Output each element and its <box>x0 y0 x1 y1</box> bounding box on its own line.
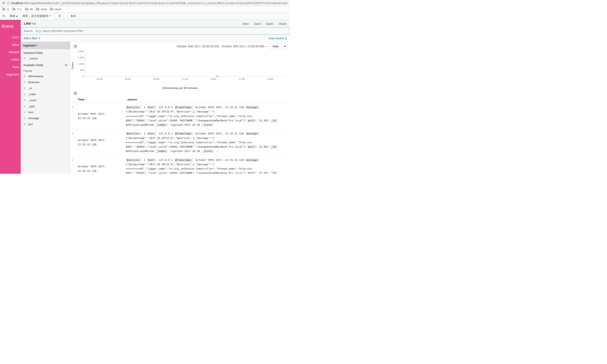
source-field-key: message: <box>245 132 259 135</box>
y-axis-label: Count <box>71 62 74 69</box>
translate-question: 网页，是否需要翻译？ <box>22 14 51 18</box>
sidenav-item[interactable]: ualize <box>0 41 21 48</box>
bookmark-item[interactable]: 个人 <box>12 7 22 11</box>
histogram-chart[interactable]: Count 05001,0001,5002,00002:0005:0008:00… <box>70 49 290 86</box>
folder-icon <box>50 8 53 11</box>
source-field-key: @timestamp: <box>174 105 193 109</box>
fields-sidebar: logstash-* Selected Fields ?_source Avai… <box>21 42 70 174</box>
doc-time: October 30th 2017, 22:15:31.128 <box>76 103 124 129</box>
field-row[interactable]: tmessage <box>21 115 70 121</box>
sidenav-item[interactable]: nagement <box>0 71 21 78</box>
table-header: Time _source <box>70 96 290 103</box>
save-button[interactable]: Save <box>254 22 261 26</box>
bookmark-item[interactable]: idc <box>25 8 33 11</box>
interval-select[interactable]: Auto <box>270 43 287 49</box>
source-field-key: @version: <box>126 158 142 162</box>
new-button[interactable]: New <box>243 22 249 26</box>
site-info-icon[interactable]: i <box>7 1 10 5</box>
svg-text:1,000: 1,000 <box>78 63 84 65</box>
sidenav-item[interactable]: shboard <box>0 48 21 56</box>
table-row: October 30th 2017, 22:15:31.128@version:… <box>70 129 290 156</box>
field-row[interactable]: t@version <box>21 79 70 85</box>
chevron-up-icon[interactable] <box>73 91 77 95</box>
sidenav-item[interactable]: Tools <box>0 63 21 71</box>
field-row[interactable]: #port <box>21 121 70 127</box>
svg-text:11:00: 11:00 <box>182 78 188 80</box>
gear-icon[interactable] <box>65 64 68 67</box>
selected-fields-header: Selected Fields <box>21 49 70 55</box>
url-display[interactable]: localhost:5601/app/kibana#/discover?_g=(… <box>12 1 288 5</box>
doc-time: October 30th 2017, 22:15:31.128 <box>76 129 124 155</box>
field-name: _id <box>28 87 32 90</box>
index-pattern-select[interactable]: logstash-* <box>21 42 70 49</box>
bookmark-item[interactable]: 公 <box>2 7 9 11</box>
source-field-key: host: <box>147 132 156 135</box>
doc-time: October 30th 2017, 22:15:31.128 <box>76 156 124 174</box>
reload-icon[interactable] <box>2 1 5 5</box>
field-type-icon: t <box>23 117 26 120</box>
translate-no-button[interactable]: 否 <box>55 13 64 19</box>
bookmark-item[interactable]: steam <box>50 8 62 11</box>
svg-text:08:00: 08:00 <box>154 78 159 80</box>
field-name: host <box>28 111 33 114</box>
sidenav-item[interactable]: cover <box>0 34 21 41</box>
table-row: October 30th 2017, 22:15:31.128@version:… <box>70 156 290 174</box>
brand-logo[interactable]: ibana <box>0 20 21 34</box>
field-name: message <box>28 117 39 120</box>
field-name: _source <box>28 57 38 60</box>
time-column-header[interactable]: Time <box>76 96 124 103</box>
field-row[interactable]: t_id <box>21 85 70 91</box>
side-navigation: ibana coverualizeshboardnelionToolsnagem… <box>0 20 21 174</box>
field-type-icon: t <box>23 87 26 90</box>
share-button[interactable]: Share <box>278 22 287 26</box>
hit-count: 1,950 hits <box>24 22 36 25</box>
source-column-header[interactable]: _source <box>124 96 290 103</box>
source-field-key: port: <box>247 119 257 122</box>
field-row[interactable]: thost <box>21 109 70 115</box>
svg-text:500: 500 <box>80 69 84 72</box>
folder-icon <box>2 8 5 11</box>
svg-rect-14 <box>216 76 218 77</box>
available-fields-header: Available Fields <box>21 61 70 68</box>
folder-icon <box>25 8 28 11</box>
source-field-key: _score: <box>201 149 214 153</box>
chevron-left-icon[interactable] <box>73 44 77 48</box>
x-axis-label: @timestamp per 30 minutes <box>70 86 290 90</box>
bookmark-item[interactable]: study <box>36 8 47 11</box>
add-filter-button[interactable]: Add a filter+ <box>24 37 40 40</box>
field-row[interactable]: ?_source <box>21 55 70 61</box>
translate-lang-select[interactable]: 英语 <box>9 14 19 19</box>
lucene-syntax-link[interactable]: Uses lucene q <box>268 37 287 40</box>
field-row[interactable]: t_index <box>21 91 70 97</box>
field-row[interactable]: @timestamp <box>21 73 70 79</box>
field-type-icon: # <box>23 99 26 102</box>
expand-caret-icon[interactable] <box>70 129 76 155</box>
source-field-key: host: <box>147 105 156 109</box>
search-input[interactable] <box>21 27 290 35</box>
field-name: @timestamp <box>28 75 43 78</box>
source-field-key: @timestamp: <box>174 132 193 135</box>
translate-prefix: 为 <box>2 14 5 18</box>
doc-source: @version: 1 host: 127.0.0.1 @timestamp: … <box>124 103 290 129</box>
popular-fields-header: Popular <box>21 68 70 73</box>
field-type-icon: t <box>23 93 26 96</box>
field-row[interactable]: t_type <box>21 103 70 109</box>
search-bar <box>21 27 290 35</box>
plus-icon: + <box>39 37 40 40</box>
table-row: October 30th 2017, 22:15:31.128@version:… <box>70 103 290 129</box>
field-type-icon: t <box>23 111 26 114</box>
source-field-key: port: <box>247 171 257 174</box>
doc-source: @version: 1 host: 127.0.0.1 @timestamp: … <box>124 156 290 174</box>
expand-caret-icon[interactable] <box>70 103 76 129</box>
field-row[interactable]: #_score <box>21 97 70 103</box>
doc-source: @version: 1 host: 127.0.0.1 @timestamp: … <box>124 129 290 155</box>
source-field-key: host: <box>147 158 156 162</box>
translate-yes-button[interactable]: 翻译 <box>68 13 79 19</box>
bookmarks-bar: 公个人idcstudysteam <box>0 6 290 13</box>
svg-text:02:00: 02:00 <box>96 78 102 80</box>
expand-caret-icon[interactable] <box>70 156 76 174</box>
open-button[interactable]: Open <box>266 22 274 26</box>
svg-text:20:00: 20:00 <box>267 78 273 80</box>
sidenav-item[interactable]: nelion <box>0 56 21 63</box>
svg-text:17:00: 17:00 <box>239 78 245 80</box>
